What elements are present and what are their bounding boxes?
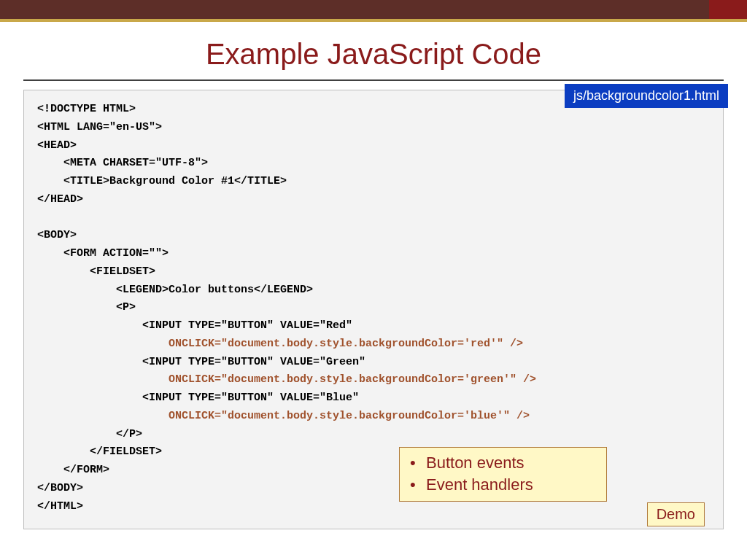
notes-text: Event handlers [426,474,533,497]
bullet-icon: • [410,474,426,497]
code-line: <META CHARSET="UTF-8"> [37,157,208,169]
code-listing: <!DOCTYPE HTML> <HTML LANG="en-US"> <HEA… [23,90,724,529]
code-line: <HTML LANG="en-US"> [37,121,162,133]
notes-callout: • Button events • Event handlers [399,447,607,502]
code-line: <INPUT TYPE="BUTTON" VALUE="Green" [37,356,365,368]
code-line: <FORM ACTION=""> [37,247,169,260]
code-line: <BODY> [37,229,77,241]
header-accent [709,0,747,19]
code-line: ONCLICK="document.body.style.backgroundC… [37,338,523,350]
code-line: </FIELDSET> [37,446,162,458]
code-line: <INPUT TYPE="BUTTON" VALUE="Blue" [37,392,359,404]
code-line: </P> [37,428,142,440]
bullet-icon: • [410,452,426,475]
code-line: <TITLE>Background Color #1</TITLE> [37,175,287,187]
slide-title: Example JavaScript Code [23,38,724,71]
code-line: ONCLICK="document.body.style.backgroundC… [37,410,530,422]
code-line: <FIELDSET> [37,265,155,278]
notes-text: Button events [426,452,525,475]
code-line: <HEAD> [37,139,77,152]
code-line: </HTML> [37,500,83,513]
notes-item: • Event handlers [410,474,599,497]
notes-item: • Button events [410,452,599,475]
header-bar [0,0,747,19]
code-line: </HEAD> [37,193,83,206]
code-container: js/backgroundcolor1.html <!DOCTYPE HTML>… [23,90,724,529]
code-line: <LEGEND>Color buttons</LEGEND> [37,284,313,296]
code-line: ONCLICK="document.body.style.backgroundC… [37,373,536,386]
code-line: <INPUT TYPE="BUTTON" VALUE="Red" [37,319,352,332]
code-line: </BODY> [37,482,83,494]
file-path-label: js/backgroundcolor1.html [565,84,728,108]
code-line: </FORM> [37,464,109,476]
code-line: <P> [37,301,136,314]
code-line: <!DOCTYPE HTML> [37,103,136,115]
title-rule [23,79,724,81]
demo-button[interactable]: Demo [647,502,705,526]
